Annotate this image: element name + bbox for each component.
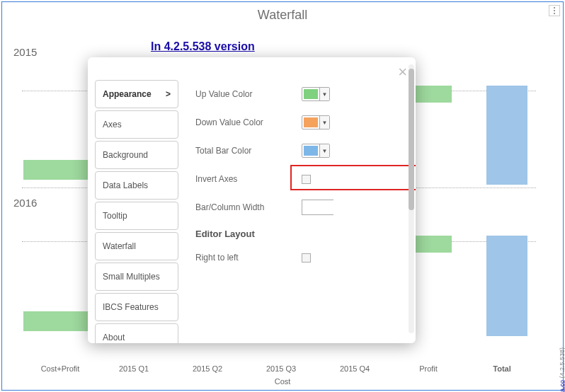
section-editor-layout: Editor Layout <box>195 221 410 243</box>
sidebar-item-data-labels[interactable]: Data Labels <box>95 171 178 200</box>
up-color-picker[interactable]: ▼ <box>302 87 330 101</box>
row-up-color: Up Value Color ▼ <box>195 80 410 108</box>
down-color-picker[interactable]: ▼ <box>302 115 330 129</box>
sidebar-item-small-multiples[interactable]: Small Multiples <box>95 263 178 291</box>
chart-frame: Waterfall In 4.2.5.538 version 2015 2016… <box>1 1 564 391</box>
settings-modal: × Appearance> Axes Background Data Label… <box>88 57 416 343</box>
sidebar-item-waterfall[interactable]: Waterfall <box>95 232 178 260</box>
row-rtl: Right to left <box>195 243 410 272</box>
x-tick-total: Total <box>465 364 539 373</box>
dropdown-icon: ▼ <box>319 144 329 157</box>
vitara-credit: http://vitara.co (4.2.5.538) <box>559 347 565 392</box>
dropdown-icon: ▼ <box>319 88 329 100</box>
sidebar-item-ibcs[interactable]: IBCS Features <box>95 293 178 321</box>
sidebar-item-background[interactable]: Background <box>95 141 178 169</box>
row-invert-axes: Invert Axes <box>195 165 410 193</box>
settings-sidebar: Appearance> Axes Background Data Labels … <box>88 57 186 343</box>
row-total-color: Total Bar Color ▼ <box>195 137 410 165</box>
x-tick: 2015 Q4 <box>318 364 392 373</box>
bar-total-2015 <box>486 86 527 185</box>
x-tick: Profit <box>392 364 465 373</box>
label-up-value: Up Value Color <box>195 89 302 99</box>
x-tick: 2015 Q1 <box>97 364 171 373</box>
label-invert-axes: Invert Axes <box>195 174 302 184</box>
bar-costprofit-2015 <box>23 160 89 180</box>
row-down-color: Down Value Color ▼ <box>195 108 410 137</box>
y-axis-2015: 2015 <box>13 46 37 58</box>
row-bar-width: Bar/Column Width ▲ ▼ <box>195 193 410 221</box>
down-color-swatch <box>304 117 318 127</box>
label-rtl: Right to left <box>195 253 302 263</box>
x-axis-label: Cost <box>2 377 563 386</box>
invert-axes-checkbox[interactable] <box>302 175 311 184</box>
chart-title: Waterfall <box>2 8 563 23</box>
bar-width-spinner[interactable]: ▲ ▼ <box>302 200 333 215</box>
x-tick: 2015 Q2 <box>171 364 244 373</box>
sidebar-item-about[interactable]: About <box>95 323 178 343</box>
bar-profit-2016 <box>413 236 452 253</box>
vitara-link[interactable]: http://vitara.co <box>559 380 565 392</box>
x-tick: Cost+Profit <box>23 364 97 373</box>
panel-scrollbar[interactable] <box>409 64 414 333</box>
chevron-right-icon: > <box>166 89 171 99</box>
label-down-value: Down Value Color <box>195 117 302 127</box>
sidebar-item-appearance[interactable]: Appearance> <box>95 80 178 108</box>
x-tick: 2015 Q3 <box>244 364 318 373</box>
version-link[interactable]: In 4.2.5.538 version <box>151 40 255 53</box>
scroll-thumb[interactable] <box>409 69 414 210</box>
sidebar-item-tooltip[interactable]: Tooltip <box>95 202 178 230</box>
rtl-checkbox[interactable] <box>302 253 311 263</box>
total-color-swatch <box>304 146 318 156</box>
dropdown-icon: ▼ <box>319 116 329 129</box>
y-axis-2016: 2016 <box>13 197 37 209</box>
bar-width-input[interactable] <box>302 200 416 214</box>
settings-panel: Up Value Color ▼ Down Value Color ▼ Tota… <box>186 57 416 343</box>
total-color-picker[interactable]: ▼ <box>302 144 330 158</box>
sidebar-item-axes[interactable]: Axes <box>95 110 178 139</box>
bar-total-2016 <box>486 236 527 336</box>
bar-profit-2015 <box>413 86 452 103</box>
x-axis: Cost+Profit 2015 Q1 2015 Q2 2015 Q3 2015… <box>23 364 539 373</box>
up-color-swatch <box>304 89 318 99</box>
bar-costprofit-2016 <box>23 311 89 331</box>
label-total-bar: Total Bar Color <box>195 146 302 156</box>
more-options-icon[interactable] <box>549 5 560 16</box>
label-bar-width: Bar/Column Width <box>195 202 302 212</box>
